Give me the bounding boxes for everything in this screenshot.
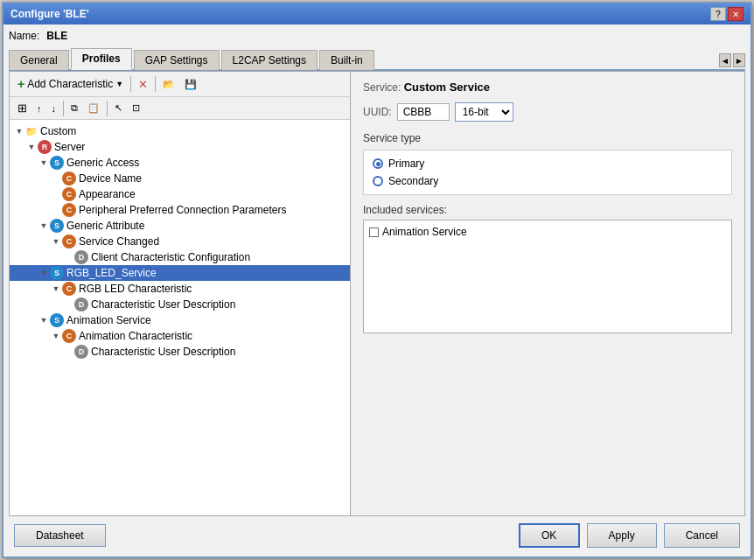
toolbar-separator-2 [155, 76, 156, 92]
service-header-row: Service: Custom Service [363, 80, 732, 94]
save-button[interactable]: 💾 [180, 76, 201, 93]
tree-item-generic-attr[interactable]: ▼ S Generic Attribute [10, 218, 350, 234]
title-bar-buttons: ? ✕ [710, 7, 744, 21]
rgb-led-service-icon: S [50, 266, 64, 280]
tree-label-char-user-desc-1: Characteristic User Description [91, 298, 235, 311]
tree-label-server: Server [54, 141, 85, 153]
tab-general[interactable]: General [9, 50, 69, 70]
tab-builtin[interactable]: Built-in [319, 50, 374, 70]
service-name: Custom Service [404, 80, 490, 94]
uuid-label: UUID: [363, 106, 392, 118]
toggle-generic-access[interactable]: ▼ [38, 158, 50, 167]
name-value: BLE [46, 30, 67, 42]
tree-item-server[interactable]: ▼ R Server [10, 139, 350, 155]
up-arrow-icon: ↑ [37, 103, 42, 114]
tab-profiles[interactable]: Profiles [71, 48, 132, 70]
service-changed-icon: C [62, 234, 76, 248]
toolbar-btn-1[interactable]: ⊞ [13, 99, 31, 117]
move-down-button[interactable]: ↓ [47, 101, 61, 116]
toggle-animation-char[interactable]: ▼ [50, 332, 62, 340]
configure-dialog: Configure 'BLE' ? ✕ Name: BLE General Pr… [2, 2, 752, 558]
tree-item-animation-service[interactable]: ▼ S Animation Service [10, 312, 350, 328]
tree-label-custom: Custom [40, 125, 76, 137]
tab-l2cap[interactable]: L2CAP Settings [221, 50, 318, 70]
tree-label-device-name: Device Name [79, 172, 142, 185]
tree-label-service-changed: Service Changed [79, 235, 159, 248]
tree-item-custom[interactable]: ▼ 📁 Custom [10, 123, 350, 139]
help-button[interactable]: ? [710, 7, 726, 21]
main-toolbar: + Add Characteristic ▼ ✕ 📂 💾 [10, 72, 350, 97]
toggle-server[interactable]: ▼ [25, 143, 38, 151]
paste-icon: 📋 [87, 102, 100, 114]
tree-item-client-char-config[interactable]: D Client Characteristic Configuration [10, 249, 350, 265]
tree-item-char-user-desc-2[interactable]: D Characteristic User Description [10, 344, 350, 360]
multiselect-button[interactable]: ⊡ [128, 100, 144, 116]
tree-label-rgb-led-service: RGB_LED_Service [66, 267, 157, 279]
move-up-button[interactable]: ↑ [32, 101, 46, 116]
included-services-label: Included services: [363, 204, 732, 216]
apply-button[interactable]: Apply [587, 523, 657, 548]
radio-secondary-label: Secondary [388, 175, 438, 187]
dialog-body: Name: BLE General Profiles GAP Settings … [3, 24, 751, 556]
dialog-title: Configure 'BLE' [10, 8, 89, 20]
toggle-animation-service[interactable]: ▼ [38, 316, 50, 325]
ok-button[interactable]: OK [519, 523, 580, 548]
select-button[interactable]: ↖ [110, 100, 127, 116]
toggle-generic-attr[interactable]: ▼ [38, 221, 50, 230]
plus-icon: + [17, 77, 24, 91]
toggle-rgb-led-char[interactable]: ▼ [50, 284, 62, 293]
close-button[interactable]: ✕ [728, 7, 744, 21]
included-item-animation[interactable]: Animation Service [367, 224, 728, 240]
left-panel: + Add Characteristic ▼ ✕ 📂 💾 [10, 72, 351, 515]
copy-button[interactable]: ⧉ [66, 100, 82, 116]
paste-button[interactable]: 📋 [83, 100, 104, 116]
tree-item-rgb-led-char[interactable]: ▼ C RGB LED Characteristic [10, 281, 350, 297]
toolbar-separator-3 [63, 101, 64, 116]
tab-gap[interactable]: GAP Settings [134, 50, 220, 70]
tree-item-service-changed[interactable]: ▼ C Service Changed [10, 234, 350, 249]
copy-icon: ⧉ [71, 102, 78, 114]
add-char-label: Add Characteristic [27, 78, 113, 90]
generic-attr-icon: S [50, 219, 64, 233]
animation-char-icon: C [62, 329, 76, 343]
tree-label-pref-conn: Peripheral Preferred Connection Paramete… [79, 204, 286, 216]
open-folder-icon: 📂 [163, 79, 175, 90]
radio-primary-label: Primary [388, 158, 424, 170]
animation-service-item-label: Animation Service [382, 226, 467, 238]
delete-button[interactable]: ✕ [134, 75, 152, 94]
toggle-custom[interactable]: ▼ [13, 127, 25, 136]
add-characteristic-button[interactable]: + Add Characteristic ▼ [13, 74, 128, 94]
server-icon: R [38, 140, 52, 154]
radio-secondary-row[interactable]: Secondary [373, 175, 723, 187]
radio-secondary[interactable] [373, 176, 383, 186]
toggle-rgb-led-service[interactable]: ▼ [38, 269, 50, 277]
name-label: Name: [9, 30, 39, 42]
tree-label-generic-attr: Generic Attribute [66, 220, 144, 232]
tabs-area: General Profiles GAP Settings L2CAP Sett… [9, 47, 745, 71]
tree-item-pref-conn[interactable]: C Peripheral Preferred Connection Parame… [10, 202, 350, 218]
radio-primary[interactable] [373, 158, 383, 169]
cancel-button[interactable]: Cancel [664, 523, 740, 548]
tree-item-appearance[interactable]: C Appearance [10, 186, 350, 202]
open-button[interactable]: 📂 [158, 76, 179, 93]
tab-prev-arrow[interactable]: ◄ [719, 53, 731, 67]
footer: Datasheet OK Apply Cancel [9, 516, 745, 551]
toggle-service-changed[interactable]: ▼ [50, 237, 62, 246]
select-icon: ↖ [115, 102, 122, 114]
uuid-input[interactable] [397, 103, 450, 121]
tab-nav-arrows: ◄ ► [719, 53, 745, 69]
tree-label-client-char-config: Client Characteristic Configuration [91, 251, 250, 263]
tree-item-rgb-led-service[interactable]: ▼ S RGB_LED_Service [10, 265, 350, 281]
animation-service-checkbox[interactable] [369, 228, 379, 237]
toolbar-separator-1 [130, 76, 131, 92]
uuid-row: UUID: 16-bit 32-bit 128-bit [363, 102, 732, 122]
appearance-icon: C [62, 187, 76, 201]
tree-item-char-user-desc-1[interactable]: D Characteristic User Description [10, 297, 350, 312]
radio-primary-row[interactable]: Primary [373, 158, 723, 170]
tree-item-generic-access[interactable]: ▼ S Generic Access [10, 155, 350, 171]
tab-next-arrow[interactable]: ► [733, 53, 745, 67]
tree-item-device-name[interactable]: C Device Name [10, 171, 350, 186]
tree-item-animation-char[interactable]: ▼ C Animation Characteristic [10, 328, 350, 344]
uuid-type-select[interactable]: 16-bit 32-bit 128-bit [455, 102, 513, 122]
datasheet-button[interactable]: Datasheet [14, 524, 106, 547]
